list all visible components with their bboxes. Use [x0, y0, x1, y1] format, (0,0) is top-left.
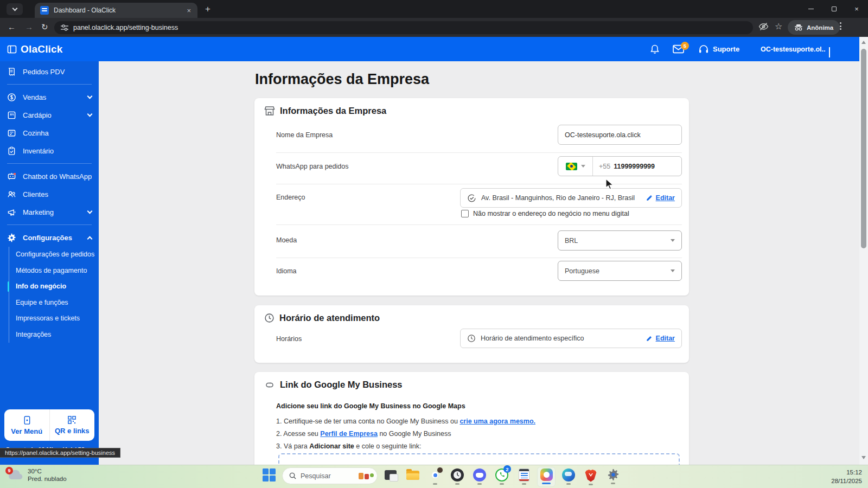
phone-number-input[interactable]: +55 11999999999 — [593, 157, 681, 176]
tab-close-icon[interactable]: × — [186, 6, 192, 15]
eye-off-icon[interactable] — [758, 22, 769, 31]
cloud-icon: 9 — [8, 468, 23, 481]
support-button[interactable]: Suporte — [698, 37, 739, 61]
submenu-metodos-de-pagamento[interactable]: Métodos de pagamento — [9, 262, 99, 279]
sidebar-item-vendas[interactable]: Vendas — [0, 88, 99, 106]
scroll-down-arrow[interactable] — [861, 456, 866, 459]
reload-button[interactable]: ↻ — [41, 22, 48, 33]
receipt-icon — [7, 67, 16, 76]
clock-app-button[interactable] — [448, 467, 467, 487]
new-tab-button[interactable]: + — [205, 3, 210, 16]
taskbar-clock[interactable]: 15:12 28/11/2025 — [831, 468, 862, 485]
sidebar-item-cardapio[interactable]: Cardápio — [0, 106, 99, 124]
language-select[interactable]: Portuguese — [558, 261, 682, 281]
sidebar-item-chatbot-whatsapp[interactable]: Chatbot do WhatsApp — [0, 168, 99, 185]
hours-edit-link[interactable]: Editar — [646, 335, 675, 342]
caret-down-icon — [581, 165, 585, 168]
search-placeholder: Pesquisar — [301, 472, 354, 480]
business-profile-link[interactable]: Perfil de Empresa — [320, 430, 378, 438]
submenu-equipe-e-funcoes[interactable]: Equipe e funções — [9, 294, 99, 311]
sidebar-toggle-button[interactable] — [7, 37, 17, 61]
company-name-input[interactable]: OC-testesuporte.ola.click — [558, 125, 682, 145]
file-explorer-button[interactable] — [404, 467, 422, 487]
account-menu[interactable]: OC-testesuporte.ol... — [761, 37, 826, 61]
window-maximize-button[interactable] — [822, 0, 845, 18]
vertical-scrollbar[interactable] — [859, 37, 868, 465]
notifications-button[interactable] — [649, 37, 660, 61]
settings-button[interactable] — [604, 467, 622, 487]
sidebar-item-configuracoes[interactable]: Configurações — [0, 229, 99, 247]
headset-icon — [698, 44, 709, 54]
whatsapp-button[interactable]: 2 — [493, 467, 511, 487]
submenu-configuracoes-de-pedidos[interactable]: Configurações de pedidos — [9, 247, 99, 263]
view-menu-button[interactable]: Ver Menú — [4, 409, 49, 441]
hours-card-title: Horário de atendimento — [279, 313, 380, 323]
task-view-button[interactable] — [381, 467, 400, 487]
hide-address-checkbox-row[interactable]: Não mostrar o endereço do negócio no men… — [461, 210, 629, 217]
edge-button[interactable] — [559, 467, 578, 487]
scroll-up-arrow[interactable] — [861, 41, 866, 44]
sales-icon — [7, 93, 16, 102]
bookmark-star-icon[interactable]: ☆ — [775, 21, 782, 32]
task-view-icon — [385, 470, 397, 480]
hours-field[interactable]: Horário de atendimento específico Editar — [460, 329, 682, 348]
verified-check-icon — [467, 194, 476, 203]
sidebar-item-marketing[interactable]: Marketing — [0, 203, 99, 221]
submenu-info-do-negocio[interactable]: Info do negócio — [9, 279, 99, 295]
weather-widget[interactable]: 9 30°C Pred. nublado — [8, 467, 67, 483]
gmb-card-title: Link do Google My Business — [280, 380, 403, 390]
discord-icon — [473, 468, 486, 481]
country-flag-select[interactable] — [558, 157, 593, 176]
brave-button[interactable] — [582, 467, 600, 487]
gmb-link-box[interactable] — [278, 453, 680, 465]
checkbox[interactable] — [461, 210, 469, 217]
divider — [276, 184, 682, 184]
submenu-integracoes[interactable]: Integrações — [9, 326, 99, 343]
caret-down-icon — [671, 269, 675, 272]
sidebar-item-pedidos-pdv[interactable]: Pedidos PDV — [0, 63, 99, 81]
browser-menu-button[interactable] — [840, 22, 841, 30]
running-indicator — [433, 483, 437, 485]
date: 28/11/2025 — [831, 477, 862, 486]
incognito-badge[interactable]: Anônima — [788, 20, 840, 35]
scrollbar-thumb[interactable] — [861, 49, 866, 248]
time: 15:12 — [831, 468, 862, 477]
divider — [7, 84, 92, 85]
back-button[interactable]: ← — [8, 22, 16, 33]
chevron-down-icon — [87, 208, 93, 214]
screen: Dashboard - OlaClick × + × ← → ↻ panel.o… — [0, 0, 868, 488]
create-account-link[interactable]: crie uma agora mesmo. — [459, 418, 535, 425]
currency-select[interactable]: BRL — [558, 230, 682, 251]
address-edit-link[interactable]: Editar — [646, 194, 675, 202]
sidebar-item-clientes[interactable]: Clientes — [0, 185, 99, 203]
window-close-button[interactable]: × — [845, 0, 868, 18]
forward-button[interactable]: → — [25, 22, 33, 33]
address-field[interactable]: Av. Brasil - Manguinhos, Rio de Janeiro … — [460, 188, 682, 208]
qr-links-button[interactable]: QR e links — [49, 409, 95, 441]
sidebar-item-cozinha[interactable]: Cozinha — [0, 124, 99, 142]
address-bar[interactable]: panel.olaclick.app/setting-business — [54, 21, 753, 34]
chrome-button[interactable] — [426, 467, 444, 487]
clock-app-icon — [451, 468, 464, 481]
window-minimize-button[interactable] — [800, 0, 822, 18]
start-button[interactable] — [260, 467, 278, 487]
notepad-button[interactable] — [515, 467, 533, 487]
browser-tab[interactable]: Dashboard - OlaClick × — [35, 3, 197, 18]
divider — [276, 224, 682, 225]
taskbar-search[interactable]: Pesquisar — [282, 467, 378, 484]
account-chevron-icon[interactable] — [829, 47, 830, 57]
submenu-impressoras-e-tickets[interactable]: Impressoras e tickets — [9, 311, 99, 327]
discord-button[interactable] — [470, 467, 489, 487]
address-value: Av. Brasil - Manguinhos, Rio de Janeiro … — [481, 194, 635, 202]
tab-search-button[interactable] — [7, 3, 23, 15]
kitchen-display-icon — [7, 129, 16, 138]
copilot-button[interactable] — [537, 467, 556, 487]
running-indicator — [455, 483, 459, 485]
browser-tab-strip: Dashboard - OlaClick × + × — [0, 0, 868, 18]
page-title: Informações da Empresa — [255, 71, 429, 88]
whatsapp-phone-group: +55 11999999999 — [558, 156, 682, 176]
running-indicator — [477, 483, 482, 485]
weather-temp: 30°C — [28, 467, 67, 475]
sidebar-item-inventario[interactable]: Inventário — [0, 142, 99, 160]
qr-code-icon — [67, 415, 76, 425]
